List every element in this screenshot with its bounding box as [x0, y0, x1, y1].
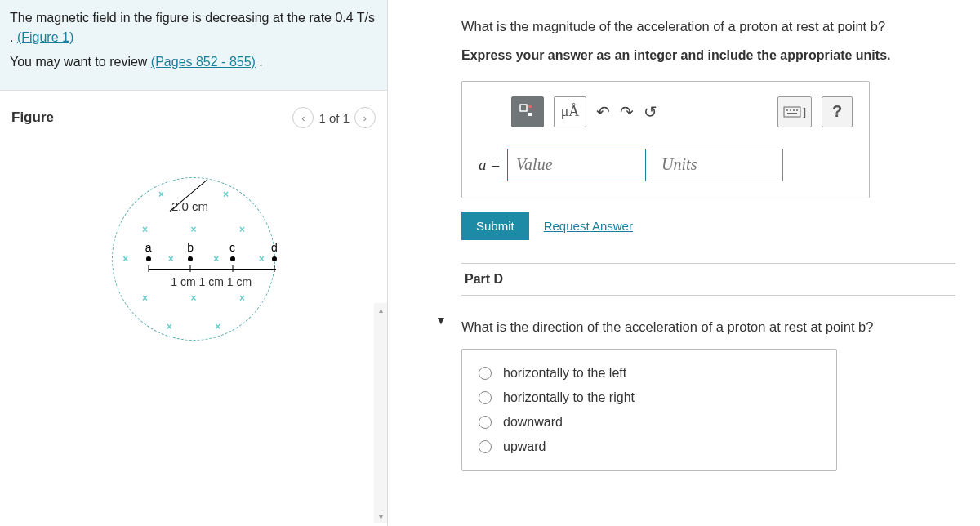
option-down[interactable]: downward [479, 410, 820, 435]
figure-prev-button[interactable]: ‹ [292, 107, 314, 128]
scroll-down-icon[interactable]: ▾ [374, 510, 387, 523]
answer-toolbar: μÅ ↶ ↷ ↺ ] ? [479, 96, 853, 127]
svg-point-5 [790, 109, 791, 111]
problem-info: The magnetic field in the figure is decr… [0, 0, 387, 91]
radio-icon[interactable] [479, 367, 492, 380]
value-input[interactable] [507, 149, 646, 181]
figure-counter: 1 of 1 [318, 111, 350, 125]
help-button[interactable]: ? [822, 96, 853, 127]
request-answer-link[interactable]: Request Answer [544, 219, 633, 233]
segment-labels: 1 cm 1 cm 1 cm [171, 275, 252, 288]
reset-button[interactable]: ↺ [644, 102, 657, 122]
option-up[interactable]: upward [479, 435, 820, 459]
svg-rect-3 [784, 107, 800, 117]
svg-point-7 [796, 109, 798, 111]
partc-instruction: Express your answer as an integer and in… [461, 48, 956, 63]
problem-statement: The magnetic field in the figure is decr… [10, 8, 377, 47]
figure-nav: ‹ 1 of 1 › [292, 107, 376, 128]
svg-point-4 [786, 109, 788, 111]
review-hint: You may want to review (Pages 852 - 855)… [10, 52, 377, 72]
undo-button[interactable]: ↶ [596, 102, 610, 122]
right-column: What is the magnitude of the acceleratio… [388, 0, 980, 526]
partc-question: What is the magnitude of the acceleratio… [461, 16, 956, 37]
figure-section: Figure ‹ 1 of 1 › 2.0 cm × × × × × × × ×… [0, 91, 387, 526]
figure-link[interactable]: (Figure 1) [17, 30, 74, 44]
figure-title: Figure [11, 109, 54, 126]
partd-question: What is the direction of the acceleratio… [461, 317, 956, 337]
variable-label: a = [479, 156, 501, 174]
radio-icon[interactable] [479, 416, 492, 429]
answer-box: μÅ ↶ ↷ ↺ ] ? a = [461, 81, 870, 198]
redo-button[interactable]: ↷ [620, 102, 634, 122]
radius-label: 2.0 cm [172, 199, 208, 213]
svg-point-6 [793, 109, 795, 111]
collapse-caret-icon[interactable]: ▼ [435, 314, 447, 327]
svg-rect-0 [520, 105, 527, 111]
partd-header[interactable]: Part D [461, 263, 956, 296]
scroll-up-icon[interactable]: ▴ [374, 303, 387, 316]
figure-next-button[interactable]: › [354, 107, 376, 128]
partd-options: horizontally to the left horizontally to… [461, 349, 837, 471]
pages-link[interactable]: (Pages 852 - 855) [151, 55, 256, 69]
figure-scrollbar[interactable]: ▴ ▾ [374, 303, 387, 523]
special-char-button[interactable]: μÅ [554, 96, 586, 127]
template-tool-button[interactable] [511, 96, 544, 127]
left-column: The magnetic field in the figure is decr… [0, 0, 388, 526]
option-right[interactable]: horizontally to the right [479, 386, 820, 410]
figure-image: 2.0 cm × × × × × × × × × × × × × × a [8, 177, 379, 341]
submit-button[interactable]: Submit [461, 212, 529, 240]
radio-icon[interactable] [479, 391, 492, 404]
units-input[interactable] [653, 149, 783, 181]
svg-rect-1 [528, 105, 532, 108]
radio-icon[interactable] [479, 440, 492, 453]
keyboard-button[interactable]: ] [777, 96, 812, 127]
svg-rect-2 [528, 113, 532, 116]
option-left[interactable]: horizontally to the left [479, 361, 820, 386]
svg-rect-8 [787, 113, 797, 114]
